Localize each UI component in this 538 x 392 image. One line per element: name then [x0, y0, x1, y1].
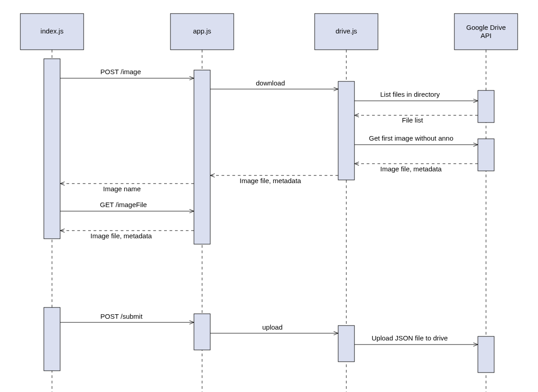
- msg-image-meta-3-label: Image file, metadata: [90, 232, 152, 240]
- participant-api-label-line2: API: [481, 32, 491, 39]
- msg-post-submit-label: POST /submit: [100, 312, 143, 320]
- activation-api-3: [478, 336, 494, 373]
- participant-api-label-line1: Google Drive: [466, 24, 506, 31]
- sequence-diagram: index.js app.js drive.js Google Drive AP…: [0, 0, 538, 392]
- msg-file-list-label: File list: [402, 116, 424, 124]
- msg-get-imagefile-label: GET /imageFile: [100, 201, 147, 208]
- activation-drive-2: [338, 326, 354, 362]
- activation-index-1: [44, 59, 60, 239]
- msg-upload-json-label: Upload JSON file to drive: [372, 334, 448, 342]
- activation-index-2: [44, 307, 60, 371]
- participant-app-label: app.js: [193, 27, 211, 35]
- activation-app-1: [194, 70, 210, 244]
- msg-image-meta-2-label: Image file, metadata: [240, 177, 302, 184]
- activation-drive-1: [338, 81, 354, 180]
- participant-drive-label: drive.js: [335, 27, 357, 35]
- msg-image-name-label: Image name: [103, 185, 141, 193]
- msg-image-meta-1-label: Image file, metadata: [380, 165, 442, 173]
- msg-post-image-label: POST /image: [100, 68, 141, 76]
- msg-upload-label: upload: [262, 323, 283, 331]
- activation-app-2: [194, 314, 210, 350]
- participant-index-label: index.js: [41, 27, 64, 35]
- msg-list-files-label: List files in directory: [380, 90, 440, 98]
- msg-download-label: download: [256, 79, 285, 87]
- activation-api-2: [478, 139, 494, 171]
- activation-api-1: [478, 90, 494, 123]
- msg-get-first-image-label: Get first image without anno: [369, 134, 453, 142]
